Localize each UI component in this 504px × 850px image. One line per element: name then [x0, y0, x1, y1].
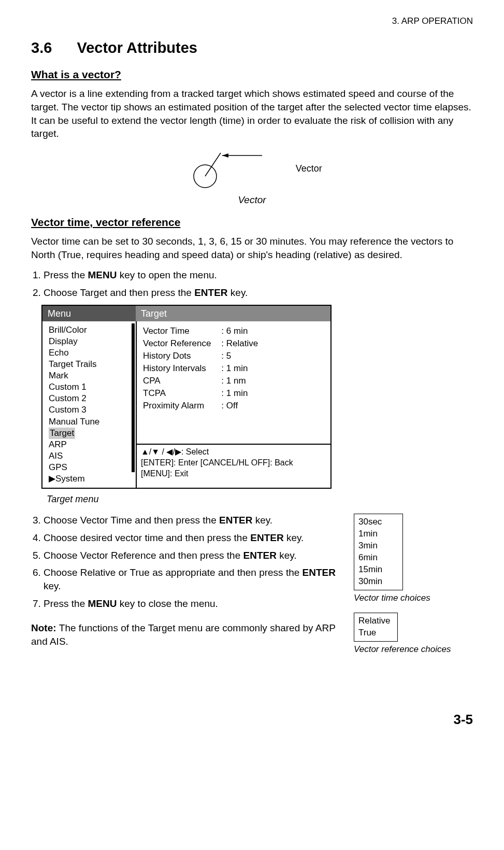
subheading-vector-time-ref: Vector time, vector reference [31, 215, 473, 230]
vector-time-popup: 30sec1min3min6min15min30min [354, 514, 403, 590]
menu-left-item[interactable]: Custom 1 [49, 381, 134, 393]
setting-value: : 5 [221, 350, 258, 362]
menu-setting-row[interactable]: Vector Time: 6 min [143, 325, 258, 337]
svg-line-1 [205, 153, 221, 176]
setting-label: Vector Reference [143, 338, 220, 349]
menu-left-item[interactable]: Target [49, 428, 134, 439]
right-triangle-icon: ▶ [49, 474, 55, 484]
setting-label: History Intervals [143, 363, 220, 374]
menu-hint-enter-back: [ENTER]: Enter [CANCEL/HL OFF]: Back [141, 458, 326, 469]
popup-option[interactable]: 30sec [358, 516, 398, 528]
menu-left-item[interactable]: Manual Tune [49, 416, 134, 428]
popup-option[interactable]: 1min [358, 528, 398, 540]
popup-option[interactable]: 30min [358, 576, 398, 588]
menu-left-item[interactable]: Brill/Color [49, 324, 134, 336]
menu-left-column: Brill/ColorDisplayEchoTarget TrailsMarkC… [42, 321, 136, 488]
menu-hint-exit: [MENU]: Exit [141, 469, 326, 479]
popup-option[interactable]: 3min [358, 540, 398, 552]
paragraph-vector-time-intro: Vector time can be set to 30 seconds, 1,… [31, 235, 473, 261]
popup-option[interactable]: True [358, 627, 393, 639]
menu-setting-row[interactable]: TCPA: 1 min [143, 388, 258, 399]
setting-value: : 1 min [221, 363, 258, 374]
step-1: Press the MENU key to open the menu. [44, 268, 473, 282]
chapter-header: 3. ARP OPERATION [31, 16, 473, 27]
svg-marker-3 [222, 153, 228, 158]
section-title-text: Vector Attributes [77, 39, 197, 56]
menu-scrollbar[interactable] [132, 323, 135, 472]
setting-value: : 1 min [221, 388, 258, 399]
target-menu-box: Menu Target Brill/ColorDisplayEchoTarget… [41, 305, 332, 489]
subheading-what-is-vector: What is a vector? [31, 67, 473, 82]
setting-value: : 6 min [221, 325, 258, 337]
vector-figure: Vector [31, 148, 473, 189]
setting-value: : 1 nm [221, 375, 258, 387]
note-text: The functions of the Target menu are com… [31, 622, 336, 647]
note-paragraph: Note: The functions of the Target menu a… [31, 621, 343, 648]
menu-left-item[interactable]: Mark [49, 370, 134, 381]
vector-time-popup-caption: Vector time choices [354, 592, 473, 604]
vector-ref-popup: RelativeTrue [354, 613, 398, 642]
step-7: Press the MENU key to close the menu. [44, 597, 343, 611]
menu-header-target: Target [136, 306, 330, 321]
popup-option[interactable]: 15min [358, 564, 398, 576]
menu-left-item[interactable]: ARP [49, 439, 134, 450]
menu-left-item[interactable]: Custom 3 [49, 404, 134, 416]
popup-option[interactable]: Relative [358, 615, 393, 627]
menu-left-item[interactable]: Target Trails [49, 359, 134, 370]
step-5: Choose Vector Reference and then press t… [44, 549, 343, 562]
menu-left-item[interactable]: GPS [49, 462, 134, 473]
step-2: Choose Target and then press the ENTER k… [44, 286, 473, 300]
paragraph-vector-def: A vector is a line extending from a trac… [31, 87, 473, 140]
section-title: 3.6 Vector Attributes [31, 38, 473, 58]
popup-option[interactable]: 6min [358, 552, 398, 564]
setting-label: Proximity Alarm [143, 400, 220, 412]
menu-settings-list: Vector Time: 6 minVector Reference: Rela… [137, 321, 330, 444]
section-number: 3.6 [31, 38, 52, 58]
menu-left-item[interactable]: ▶System [49, 473, 134, 485]
menu-setting-row[interactable]: History Intervals: 1 min [143, 363, 258, 374]
menu-setting-row[interactable]: CPA: 1 nm [143, 375, 258, 387]
vector-inline-label: Vector [296, 162, 322, 175]
step-4: Choose desired vector time and then pres… [44, 531, 343, 545]
page-number: 3-5 [31, 711, 473, 729]
figure-caption-vector: Vector [31, 193, 473, 207]
vector-ref-popup-caption: Vector reference choices [354, 644, 473, 656]
menu-hint-select: ▲/▼ / ◀/▶: Select [141, 447, 326, 458]
setting-value: : Relative [221, 338, 258, 349]
menu-header-menu: Menu [42, 306, 136, 321]
menu-setting-row[interactable]: Vector Reference: Relative [143, 338, 258, 349]
menu-right-column: Vector Time: 6 minVector Reference: Rela… [136, 321, 330, 488]
menu-left-item[interactable]: Echo [49, 347, 134, 359]
menu-setting-row[interactable]: Proximity Alarm: Off [143, 400, 258, 412]
menu-left-item[interactable]: Custom 2 [49, 393, 134, 404]
setting-label: CPA [143, 375, 220, 387]
setting-label: TCPA [143, 388, 220, 399]
menu-left-item[interactable]: Display [49, 336, 134, 347]
setting-label: Vector Time [143, 325, 220, 337]
menu-hints: ▲/▼ / ◀/▶: Select [ENTER]: Enter [CANCEL… [137, 444, 330, 481]
setting-label: History Dots [143, 350, 220, 362]
step-6: Choose Relative or True as appropriate a… [44, 566, 343, 592]
note-label: Note: [31, 622, 59, 633]
menu-caption: Target menu [47, 493, 473, 505]
menu-left-item[interactable]: AIS [49, 450, 134, 462]
step-3: Choose Vector Time and then press the EN… [44, 514, 343, 527]
menu-setting-row[interactable]: History Dots: 5 [143, 350, 258, 362]
setting-value: : Off [221, 400, 258, 412]
